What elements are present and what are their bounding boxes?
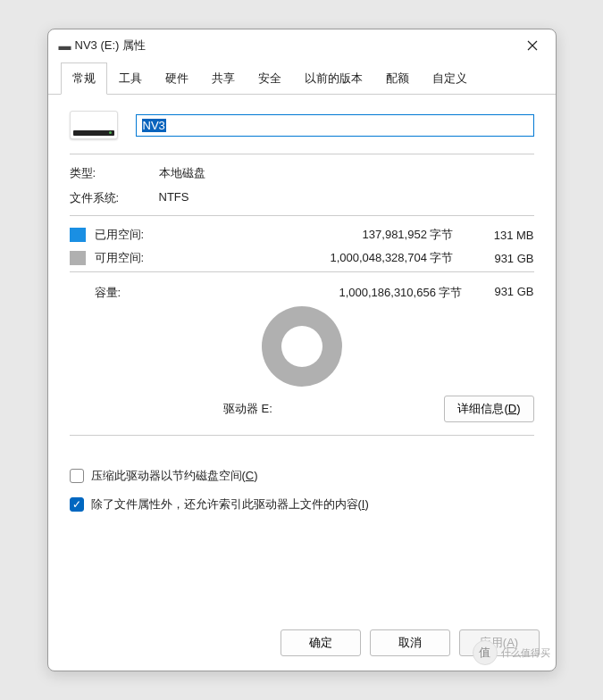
filesystem-label: 文件系统: [70, 190, 159, 206]
divider [70, 154, 534, 154]
ok-button[interactable]: 确定 [281, 629, 361, 656]
free-size: 931 GB [463, 252, 534, 265]
index-label: 除了文件属性外，还允许索引此驱动器上文件的内容(I) [91, 496, 369, 512]
watermark-badge-icon: 值 [473, 640, 498, 665]
usage-pie-chart [262, 306, 342, 387]
drive-icon [70, 111, 118, 139]
capacity-size: 931 GB [463, 285, 534, 301]
filesystem-value: NTFS [159, 190, 189, 206]
used-label: 已用空间: [95, 227, 184, 243]
used-swatch-icon [70, 228, 86, 242]
divider [70, 435, 534, 436]
tab-tools[interactable]: 工具 [107, 62, 154, 95]
properties-dialog: ▬ NV3 (E:) 属性 常规 工具 硬件 共享 安全 以前的版本 配额 自定… [47, 29, 557, 671]
window-title: NV3 (E:) 属性 [75, 38, 515, 54]
compress-label: 压缩此驱动器以节约磁盘空间(C) [91, 468, 258, 484]
details-button[interactable]: 详细信息(D) [444, 396, 533, 422]
index-checkbox[interactable]: ✓ [70, 497, 84, 512]
free-label: 可用空间: [95, 250, 184, 266]
capacity-label: 容量: [70, 285, 184, 301]
watermark: 值 什么值得买 [473, 640, 550, 665]
watermark-text: 什么值得买 [501, 646, 550, 660]
type-value: 本地磁盘 [159, 165, 205, 181]
tab-general[interactable]: 常规 [61, 62, 107, 95]
type-label: 类型: [70, 165, 159, 181]
free-bytes: 1,000,048,328,704 字节 [193, 250, 454, 266]
tab-previous-versions[interactable]: 以前的版本 [293, 62, 374, 95]
tab-content: NV3 类型:本地磁盘 文件系统:NTFS 已用空间: 137,981,952 … [48, 95, 556, 619]
tab-quota[interactable]: 配额 [374, 62, 421, 95]
close-icon [527, 40, 538, 51]
tab-customize[interactable]: 自定义 [421, 62, 479, 95]
cancel-button[interactable]: 取消 [370, 629, 450, 656]
drive-glyph-icon: ▬ [59, 38, 70, 53]
used-size: 131 MB [463, 229, 534, 242]
tab-sharing[interactable]: 共享 [200, 62, 247, 95]
divider [70, 271, 534, 272]
tab-security[interactable]: 安全 [247, 62, 293, 95]
close-button[interactable] [515, 32, 550, 59]
free-swatch-icon [70, 251, 86, 265]
titlebar: ▬ NV3 (E:) 属性 [48, 29, 556, 62]
capacity-bytes: 1,000,186,310,656 字节 [184, 285, 463, 301]
drive-name-input[interactable]: NV3 [136, 114, 534, 137]
used-bytes: 137,981,952 字节 [193, 227, 454, 243]
compress-checkbox[interactable] [70, 469, 84, 483]
tab-bar: 常规 工具 硬件 共享 安全 以前的版本 配额 自定义 [48, 62, 556, 95]
tab-hardware[interactable]: 硬件 [154, 62, 200, 95]
divider [70, 215, 534, 216]
drive-letter-label: 驱动器 E: [70, 401, 427, 417]
